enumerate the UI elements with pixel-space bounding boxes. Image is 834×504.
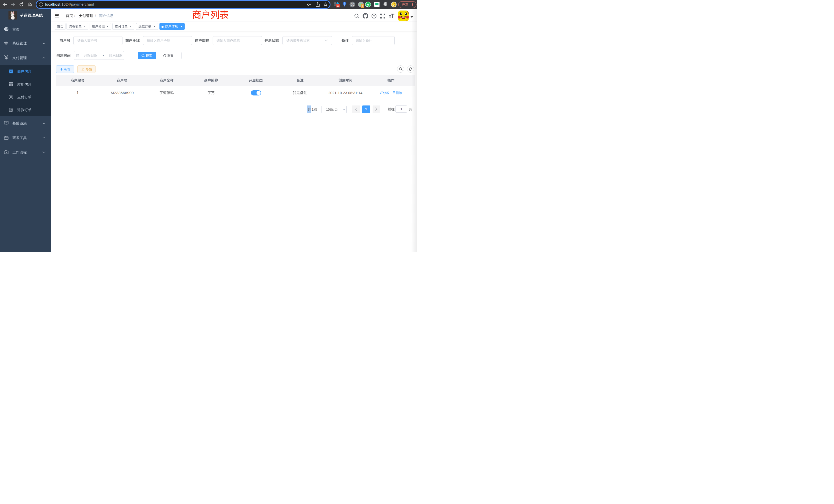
svg-text:y: y: [367, 3, 369, 7]
svg-text:⌘: ⌘: [351, 3, 354, 6]
